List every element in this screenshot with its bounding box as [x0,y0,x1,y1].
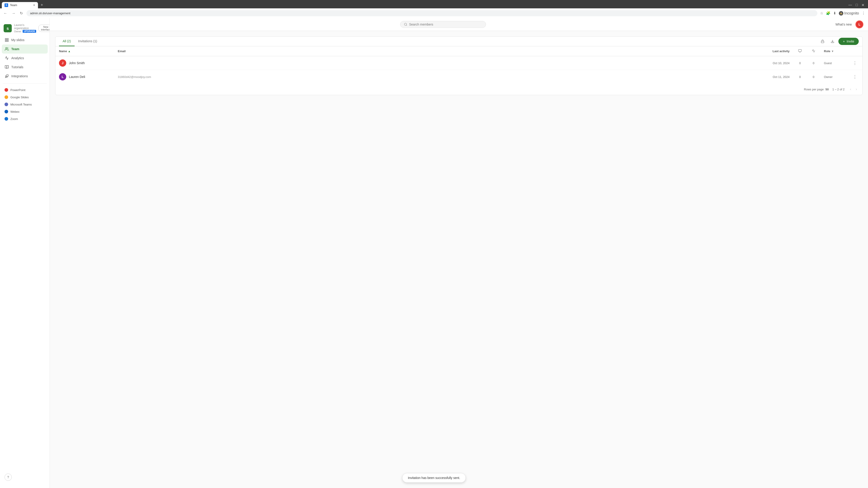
invite-button[interactable]: + Invite [838,38,859,45]
minimize-button[interactable]: — [848,3,852,7]
sidebar-item-label: Analytics [11,56,24,60]
invite-plus-icon: + [843,39,845,43]
member-role: Guest [824,61,832,65]
integration-google-slides[interactable]: Google Slides [2,94,48,101]
address-bar[interactable] [26,10,817,16]
tabs: All (2) Invitations (1) [59,37,101,46]
pagination-nav: ‹ › [848,86,859,92]
tab-title: Team [10,3,17,7]
next-page-button[interactable]: › [854,86,859,92]
count2: 0 [813,61,814,65]
sidebar-item-integrations[interactable]: Integrations [2,72,48,80]
col3-icon [798,49,802,53]
grid-icon [4,38,9,42]
table-row: J John Smith Oct 10, 2024 0 0 Guest ⋮ [55,56,862,70]
help-button[interactable]: ? [4,474,12,481]
window-controls: — □ ✕ [848,3,866,7]
role-filter-icon[interactable]: ▼ [831,50,834,53]
bookmark-icon[interactable]: ☆ [820,11,823,15]
menu-icon[interactable]: ⋮ [862,11,865,15]
th-col3 [793,46,807,56]
tabs-toolbar-row: All (2) Invitations (1) [55,37,862,46]
ms-teams-dot [4,103,8,106]
member-cell: L Lauren Deli [59,73,111,80]
close-window-button[interactable]: ✕ [862,3,864,7]
last-activity: Oct 11, 2024 [773,75,789,78]
download-icon[interactable]: ⬇ [833,11,836,15]
member-name: Lauren Deli [69,75,85,78]
tab-close-button[interactable]: ✕ [33,4,35,7]
extensions-icon[interactable]: 🧩 [826,11,831,15]
reload-button[interactable]: ↻ [19,10,24,16]
th-email: Email [114,46,757,56]
col4-icon [812,49,815,53]
sidebar-item-tutorials[interactable]: Tutorials [2,63,48,72]
powerpoint-dot [4,88,8,92]
download-icon[interactable] [829,37,837,45]
th-role[interactable]: Role ▼ [820,46,847,56]
sidebar: s Lauren's organization Owner UPGRADE Ne… [0,18,50,488]
incognito-icon: 🕵 [839,11,843,15]
member-avatar: J [59,59,66,67]
maximize-button[interactable]: □ [856,3,858,7]
people-icon [4,47,9,51]
book-icon [4,65,9,69]
browser-tab[interactable]: S Team ✕ [2,2,38,8]
avatar[interactable]: L [855,20,864,29]
sidebar-item-my-slidos[interactable]: My slidos [2,35,48,44]
th-last-activity: Last activity [757,46,793,56]
toast-message: Invitation has been successfully sent. [408,476,460,480]
tab-invitations[interactable]: Invitations (1) [74,37,101,46]
top-bar-right: What's new L [835,20,864,29]
search-box [400,21,486,28]
members-table: Name ▲ Email Last activity [55,46,862,84]
row-more-button[interactable]: ⋮ [851,73,859,80]
th-name[interactable]: Name ▲ [55,46,114,56]
tab-favicon: S [4,3,8,7]
google-slides-dot [4,95,8,99]
svg-text:s: s [6,26,9,31]
member-avatar: L [59,73,66,80]
row-more-button[interactable]: ⋮ [851,60,859,66]
count1: 0 [799,61,801,65]
integration-powerpoint[interactable]: PowerPoint [2,86,48,94]
whats-new-button[interactable]: What's new [835,23,852,26]
member-cell: J John Smith [59,59,111,67]
table-row: L Lauren Deli 31860d42@moodjoy.com Oct 1… [55,70,862,84]
count1: 0 [799,75,801,78]
forward-button[interactable]: → [11,10,16,16]
svg-line-10 [406,25,407,26]
last-activity: Oct 10, 2024 [773,61,789,65]
prev-page-button[interactable]: ‹ [848,86,853,92]
integration-webex[interactable]: Webex [2,108,48,115]
integration-ms-teams[interactable]: Microsoft Teams [2,101,48,108]
incognito-badge: 🕵 Incognito [839,11,859,15]
sidebar-item-analytics[interactable]: Analytics [2,54,48,63]
new-interface-button[interactable]: New interface [38,25,50,32]
org-section: Lauren's organization Owner UPGRADE [14,24,36,33]
member-role: Owner [824,75,833,78]
chart-icon [4,56,9,60]
new-tab-button[interactable]: + [39,2,45,8]
svg-rect-4 [5,40,6,41]
back-button[interactable]: ← [3,10,8,16]
search-section [54,21,832,28]
tab-all[interactable]: All (2) [59,37,74,46]
zoom-dot [4,117,8,121]
upgrade-badge[interactable]: UPGRADE [23,30,36,33]
slido-logo: s [4,24,12,32]
sidebar-item-team[interactable]: Team [2,44,48,54]
integration-zoom[interactable]: Zoom [2,115,48,123]
sidebar-item-label: Integrations [11,74,28,78]
toast-notification: Invitation has been successfully sent. [402,473,466,483]
webex-dot [4,110,8,113]
lock-icon[interactable] [818,37,827,45]
sidebar-item-label: My slidos [11,38,24,42]
sidebar-nav: My slidos Team Analytics [0,35,50,80]
svg-rect-11 [821,41,824,43]
rows-per-page-label: Rows per page 50 [804,88,829,91]
puzzle-icon [4,74,9,78]
search-input[interactable] [409,23,482,26]
svg-point-6 [6,47,7,49]
table-card: All (2) Invitations (1) [55,36,863,95]
